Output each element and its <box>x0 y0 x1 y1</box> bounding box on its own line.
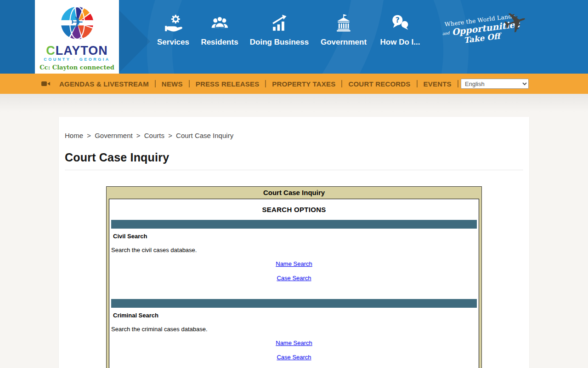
government-icon <box>334 14 353 33</box>
bar-shadow <box>0 94 588 112</box>
nav-label: Government <box>321 38 367 47</box>
section-divider-bar <box>111 299 477 308</box>
nav-item-doing-business[interactable]: Doing Business <box>250 13 309 47</box>
civil-name-search-link[interactable]: Name Search <box>276 261 312 267</box>
nav-item-government[interactable]: Government <box>321 13 367 47</box>
criminal-search-heading: Criminal Search <box>113 312 479 319</box>
services-icon <box>164 14 183 33</box>
criminal-name-search-link[interactable]: Name Search <box>276 340 312 346</box>
logo-wordmark: CLAYTON <box>35 45 119 56</box>
breadcrumb-separator: > <box>135 132 142 139</box>
utility-link-agendas-livestream[interactable]: AGENDAS & LIVESTREAM <box>53 80 155 88</box>
utility-link-news[interactable]: NEWS <box>156 80 189 88</box>
utility-link-events[interactable]: EVENTS <box>418 80 458 88</box>
nav-label: How Do I... <box>380 38 420 47</box>
utility-nav-bar: AGENDAS & LIVESTREAM NEWS PRESS RELEASES… <box>0 74 588 94</box>
breadcrumb-separator: > <box>85 132 93 139</box>
breadcrumb-current: Court Case Inquiry <box>176 132 233 139</box>
svg-text:?: ? <box>396 16 400 24</box>
nav-label: Residents <box>201 38 238 47</box>
logo-slogan: Cc: Clayton connected <box>35 64 119 71</box>
page-title: Court Case Inquiry <box>65 151 523 170</box>
nav-label: Doing Business <box>250 38 309 47</box>
utility-link-property-taxes[interactable]: PROPERTY TAXES <box>266 80 341 88</box>
table-title: Court Case Inquiry <box>107 187 481 199</box>
criminal-search-description: Search the criminal cases database. <box>111 326 479 333</box>
section-divider-bar <box>111 220 477 229</box>
civil-search-heading: Civil Search <box>113 233 479 240</box>
breadcrumb: Home > Government > Courts > Court Case … <box>65 132 523 140</box>
county-logo[interactable]: ✈ CLAYTON COUNTY · GEORGIA Cc: Clayton c… <box>35 0 119 74</box>
nav-label: Services <box>157 38 189 47</box>
content-card: Home > Government > Courts > Court Case … <box>59 117 529 368</box>
residents-icon <box>210 14 229 33</box>
search-options-heading: SEARCH OPTIONS <box>109 206 479 214</box>
nav-item-services[interactable]: Services <box>157 13 189 47</box>
breadcrumb-government[interactable]: Government <box>95 132 133 139</box>
doing-business-icon <box>270 14 289 33</box>
nav-item-how-do-i[interactable]: ? How Do I... <box>380 13 420 47</box>
breadcrumb-separator: > <box>166 132 174 139</box>
svg-text:✈: ✈ <box>70 13 83 31</box>
breadcrumb-home[interactable]: Home <box>65 132 83 139</box>
how-do-i-icon: ? <box>390 14 410 33</box>
utility-link-court-records[interactable]: COURT RECORDS <box>342 80 416 88</box>
language-select[interactable]: English <box>461 79 529 89</box>
court-case-inquiry-table: Court Case Inquiry SEARCH OPTIONS Civil … <box>106 186 482 368</box>
nav-item-residents[interactable]: Residents <box>201 13 238 47</box>
logo-subtitle: COUNTY · GEORGIA <box>35 57 119 62</box>
table-body: SEARCH OPTIONS Civil Search Search the c… <box>109 199 479 368</box>
globe-logo-icon: ✈ <box>57 3 97 43</box>
civil-case-search-link[interactable]: Case Search <box>277 275 311 282</box>
breadcrumb-courts[interactable]: Courts <box>144 132 164 139</box>
civil-search-description: Search the civil cases database. <box>111 247 479 253</box>
criminal-case-search-link[interactable]: Case Search <box>277 354 311 361</box>
video-camera-icon <box>41 80 51 87</box>
utility-link-press-releases[interactable]: PRESS RELEASES <box>190 80 266 88</box>
